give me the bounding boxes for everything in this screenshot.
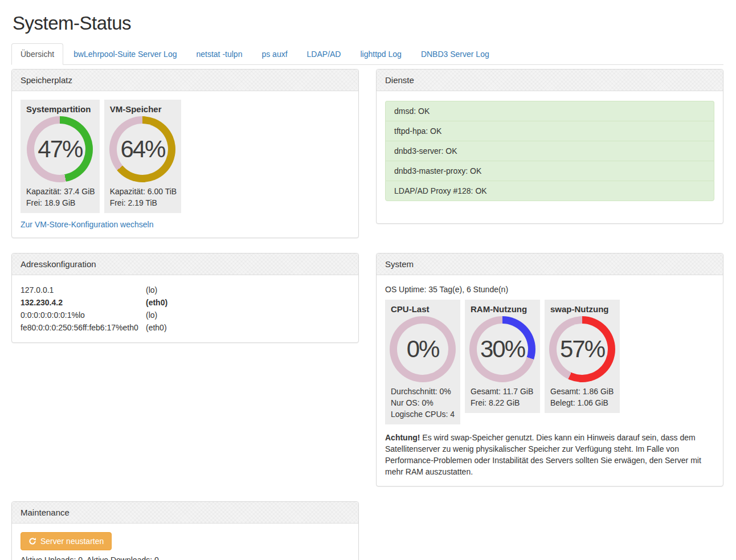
usage-tile-stat: Gesamt: 11.7 GiB: [471, 386, 535, 397]
tab-ps-auxf[interactable]: ps auxf: [252, 43, 296, 65]
tab-ldap-ad[interactable]: LDAP/AD: [298, 43, 350, 65]
usage-tile-title: CPU-Last: [391, 304, 456, 314]
usage-tile-title: swap-Nutzung: [550, 304, 615, 314]
donut-chart: 64%: [109, 116, 175, 182]
server-restart-button[interactable]: Server neustarten: [21, 532, 112, 550]
donut-chart: 30%: [469, 316, 535, 382]
usage-tile-title: VM-Speicher: [110, 104, 177, 114]
usage-tile-stat: Gesamt: 1.86 GiB: [550, 386, 615, 397]
address-row: fe80:0:0:0:250:56ff:feb6:17%eth0(eth0): [21, 321, 350, 334]
address-row: 132.230.4.2(eth0): [21, 296, 350, 309]
donut-hole: 47%: [34, 124, 85, 175]
service-status-item: tftpd-hpa: OK: [385, 121, 714, 141]
usage-tile: swap-Nutzung57%Gesamt: 1.86 GiBBelegt: 1…: [545, 300, 620, 413]
interface-name: (lo): [146, 285, 157, 295]
panel-system-heading: System: [377, 254, 723, 275]
panel-adresskonfiguration-heading: Adresskonfiguration: [12, 254, 358, 275]
ip-address: 127.0.0.1: [21, 284, 146, 296]
usage-tile: CPU-Last0%Durchschnitt: 0%Nur OS: 0%Logi…: [385, 300, 460, 424]
tab-dnbd3-server-log[interactable]: DNBD3 Server Log: [412, 43, 498, 65]
os-uptime: OS Uptime: 35 Tag(e), 6 Stunde(n): [385, 285, 714, 294]
donut-percent: 30%: [480, 336, 525, 363]
service-status-item: dnbd3-master-proxy: OK: [385, 161, 714, 181]
donut-percent: 0%: [407, 336, 439, 363]
swap-warning: Achtung! Es wird swap-Speicher genutzt. …: [385, 432, 714, 477]
panel-speicherplatz-heading: Speicherplatz: [12, 70, 358, 91]
donut-hole: 57%: [557, 324, 608, 375]
service-status-item: dmsd: OK: [385, 101, 714, 121]
address-table: 127.0.0.1(lo)132.230.4.2(eth0)0:0:0:0:0:…: [12, 275, 358, 342]
donut-hole: 64%: [117, 124, 168, 175]
donut-hole: 30%: [477, 324, 528, 375]
usage-tile-stat: Frei: 2.19 TiB: [110, 197, 177, 209]
system-charts: CPU-Last0%Durchschnitt: 0%Nur OS: 0%Logi…: [385, 300, 714, 424]
panel-dienste-heading: Dienste: [377, 70, 723, 91]
usage-tile-stat: Frei: 18.9 GiB: [26, 197, 95, 209]
usage-tile: Systempartition47%Kapazität: 37.4 GiBFre…: [21, 100, 100, 213]
panel-maintenance-heading: Maintenance: [12, 502, 358, 524]
usage-tile-title: RAM-Nutzung: [471, 304, 535, 314]
refresh-icon: [28, 537, 36, 545]
donut-percent: 47%: [38, 136, 82, 163]
panel-maintenance: Maintenance Server neustarten Aktive Upl…: [11, 501, 359, 560]
panel-dienste: Dienste dmsd: OKtftpd-hpa: OKdnbd3-serve…: [376, 69, 723, 224]
service-status-item: LDAP/AD Proxy #128: OK: [385, 181, 714, 201]
interface-name: (eth0): [146, 298, 167, 307]
interface-name: (lo): [146, 310, 157, 320]
tab-lighttpd-log[interactable]: lighttpd Log: [351, 43, 410, 65]
donut-percent: 64%: [120, 136, 165, 163]
ip-address: 132.230.4.2: [21, 296, 146, 309]
usage-tile-stat: Belegt: 1.06 GiB: [550, 397, 615, 408]
active-transfers-stats: Aktive Uploads: 0, Aktive Downloads: 0: [21, 555, 350, 560]
ip-address: 0:0:0:0:0:0:0:1%lo: [21, 309, 146, 321]
usage-tile-stat: Durchschnitt: 0%: [391, 386, 456, 397]
panel-grid: Speicherplatz Systempartition47%Kapazitä…: [11, 69, 723, 560]
donut-chart: 57%: [549, 316, 615, 382]
storage-charts: Systempartition47%Kapazität: 37.4 GiBFre…: [21, 100, 350, 213]
vm-store-config-link[interactable]: Zur VM-Store-Konfiguration wechseln: [21, 220, 153, 229]
swap-warning-bold: Achtung!: [385, 433, 420, 442]
donut-chart: 0%: [390, 316, 456, 382]
usage-tile-stat: Frei: 8.22 GiB: [471, 397, 535, 408]
donut-chart: 47%: [27, 116, 93, 182]
usage-tile: VM-Speicher64%Kapazität: 6.00 TiBFrei: 2…: [104, 100, 182, 213]
panel-speicherplatz: Speicherplatz Systempartition47%Kapazitä…: [11, 69, 359, 238]
panel-system: System OS Uptime: 35 Tag(e), 6 Stunde(n)…: [376, 253, 723, 487]
page-container: System-Status ÜbersichtbwLehrpool-Suite …: [0, 0, 736, 560]
usage-tile-stat: Nur OS: 0%: [391, 397, 456, 408]
service-list: dmsd: OKtftpd-hpa: OKdnbd3-server: OKdnb…: [385, 101, 714, 201]
address-row: 0:0:0:0:0:0:0:1%lo(lo): [21, 309, 350, 321]
swap-warning-text: Es wird swap-Speicher genutzt. Dies kann…: [385, 433, 701, 476]
interface-name: (eth0): [146, 323, 167, 332]
tab-bwlehrpool-suite-server-log[interactable]: bwLehrpool-Suite Server Log: [64, 43, 186, 65]
service-status-item: dnbd3-server: OK: [385, 141, 714, 161]
page-title: System-Status: [13, 13, 723, 34]
usage-tile-stat: Logische CPUs: 4: [391, 408, 456, 420]
usage-tile-title: Systempartition: [26, 104, 95, 114]
tab-uebersicht[interactable]: Übersicht: [11, 43, 63, 65]
tab-netstat-tulpn[interactable]: netstat -tulpn: [187, 43, 251, 65]
panel-adresskonfiguration: Adresskonfiguration 127.0.0.1(lo)132.230…: [11, 253, 359, 343]
usage-tile-stat: Kapazität: 37.4 GiB: [26, 186, 95, 197]
usage-tile: RAM-Nutzung30%Gesamt: 11.7 GiBFrei: 8.22…: [465, 300, 540, 413]
nav-tabs: ÜbersichtbwLehrpool-Suite Server Lognets…: [11, 43, 723, 65]
donut-hole: 0%: [397, 324, 448, 375]
usage-tile-stat: Kapazität: 6.00 TiB: [110, 186, 177, 197]
address-row: 127.0.0.1(lo): [21, 284, 350, 296]
ip-address: fe80:0:0:0:250:56ff:feb6:17%eth0: [21, 321, 146, 334]
donut-percent: 57%: [560, 336, 604, 363]
server-restart-label: Server neustarten: [40, 537, 104, 546]
